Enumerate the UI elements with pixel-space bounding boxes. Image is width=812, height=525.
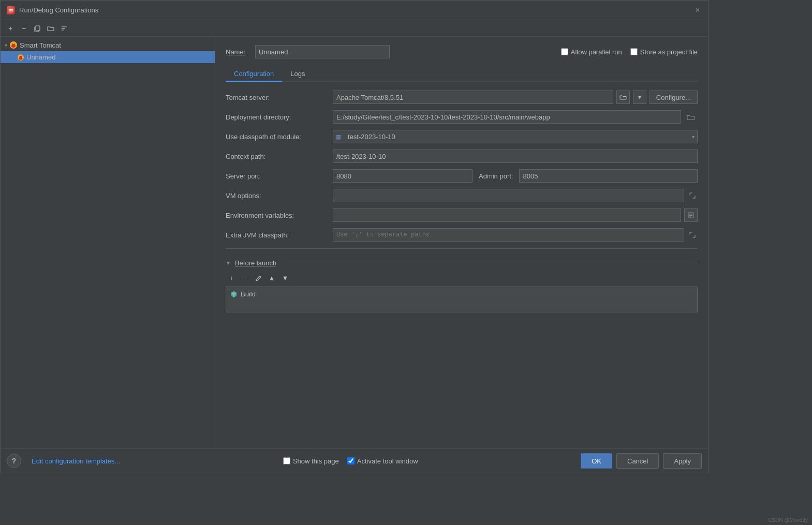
tomcat-server-label: Tomcat server: (226, 94, 327, 101)
config-toolbar: + − (1, 20, 708, 37)
context-path-row: Context path: (226, 149, 698, 163)
show-page-checkbox-label[interactable]: Show this page (283, 457, 339, 465)
sort-config-button[interactable] (58, 23, 70, 34)
smart-tomcat-label: Smart Tomcat (20, 41, 61, 49)
build-item: Build (228, 289, 695, 299)
watermark: CSDN @Monody (768, 517, 808, 523)
tomcat-icon (9, 41, 18, 49)
close-button[interactable]: × (693, 6, 702, 14)
extra-jvm-expand-button[interactable] (687, 230, 698, 240)
env-edit-button[interactable] (684, 208, 698, 222)
launch-edit-button[interactable] (253, 272, 264, 283)
configure-button[interactable]: Configure... (649, 91, 698, 104)
launch-toolbar: + − ▲ ▼ (226, 272, 698, 283)
launch-down-button[interactable]: ▼ (279, 272, 291, 283)
ok-button[interactable]: OK (581, 453, 612, 469)
bottom-bar: ? Edit configuration templates... Show t… (1, 448, 708, 473)
svg-rect-2 (9, 10, 13, 11)
activate-window-checkbox-label[interactable]: Activate tool window (347, 457, 418, 465)
deployment-folder-button[interactable] (684, 110, 698, 124)
vm-options-label: VM options: (226, 192, 327, 200)
launch-add-button[interactable]: + (226, 272, 237, 283)
activate-window-checkbox[interactable] (347, 457, 355, 464)
title-bar: Run/Debug Configurations (7, 6, 98, 14)
before-launch-header: ▼ Before launch (226, 259, 698, 267)
port-row: Server port: Admin port: (226, 169, 698, 183)
config-panel: Name: Allow parallel run Store as projec… (215, 37, 708, 448)
env-vars-input[interactable] (333, 208, 681, 222)
launch-up-button[interactable]: ▲ (266, 272, 277, 283)
cancel-button[interactable]: Cancel (616, 453, 659, 469)
config-item-icon (17, 54, 24, 61)
smart-tomcat-section[interactable]: ▾ Smart Tomcat (1, 39, 215, 51)
svg-rect-1 (9, 9, 13, 10)
bottom-checkboxes: Show this page Activate tool window (283, 457, 418, 465)
env-vars-row: Environment variables: (226, 208, 698, 222)
apply-button[interactable]: Apply (663, 453, 702, 469)
classpath-label: Use classpath of module: (226, 133, 327, 141)
sidebar: ▾ Smart Tomcat Unnamed (1, 37, 215, 448)
admin-port-input[interactable] (519, 169, 698, 183)
context-path-input[interactable] (333, 149, 698, 163)
show-page-checkbox[interactable] (283, 457, 290, 464)
main-content: ▾ Smart Tomcat Unnamed (1, 37, 708, 448)
deployment-dir-label: Deployment directory: (226, 113, 327, 121)
app-icon (7, 6, 15, 14)
allow-parallel-checkbox[interactable] (561, 48, 568, 55)
tab-configuration[interactable]: Configuration (226, 67, 282, 82)
allow-parallel-checkbox-label[interactable]: Allow parallel run (561, 48, 622, 56)
store-as-project-checkbox[interactable] (630, 48, 638, 55)
name-label: Name: (226, 48, 249, 56)
classpath-select[interactable]: test-2023-10-10 (333, 130, 698, 143)
copy-config-button[interactable] (32, 23, 43, 34)
before-launch-section: ▼ Before launch + − ▲ ▼ (226, 259, 698, 312)
server-port-label: Server port: (226, 172, 327, 180)
name-input[interactable] (255, 45, 390, 58)
context-path-label: Context path: (226, 153, 327, 160)
launch-remove-button[interactable]: − (239, 272, 250, 283)
svg-rect-11 (12, 42, 14, 44)
add-config-button[interactable]: + (5, 23, 16, 34)
tabs: Configuration Logs (226, 67, 698, 82)
svg-point-0 (8, 7, 14, 13)
section-chevron-icon: ▾ (5, 42, 7, 48)
config-item-label: Unnamed (26, 53, 55, 61)
vm-options-input[interactable] (333, 189, 684, 202)
bottom-left: ? Edit configuration templates... (7, 454, 120, 468)
admin-port-label: Admin port: (479, 172, 513, 180)
extra-jvm-row: Extra JVM classpath: (226, 228, 698, 242)
before-launch-title: Before launch (235, 259, 276, 267)
before-launch-collapse-icon[interactable]: ▼ (226, 260, 231, 266)
env-vars-label: Environment variables: (226, 212, 327, 219)
edit-templates-link[interactable]: Edit configuration templates... (32, 457, 120, 465)
name-row: Name: Allow parallel run Store as projec… (226, 45, 698, 58)
section-divider (286, 263, 698, 263)
configuration-form: Tomcat server: ▾ Configure... (226, 90, 698, 242)
tomcat-dropdown-button[interactable]: ▾ (633, 91, 646, 104)
store-as-project-checkbox-label[interactable]: Store as project file (630, 48, 698, 56)
vm-options-row: VM options: (226, 188, 698, 203)
deployment-dir-input[interactable] (333, 110, 681, 124)
tomcat-server-input[interactable] (333, 91, 613, 104)
module-icon: ▦ (336, 133, 341, 140)
extra-jvm-label: Extra JVM classpath: (226, 231, 327, 239)
extra-jvm-input[interactable] (333, 228, 684, 242)
folder-config-button[interactable] (45, 23, 56, 34)
server-port-input[interactable] (333, 169, 473, 183)
remove-config-button[interactable]: − (18, 23, 29, 34)
help-button[interactable]: ? (7, 454, 21, 468)
classpath-select-wrapper: ▦ test-2023-10-10 ▾ (333, 130, 698, 143)
svg-rect-14 (20, 56, 22, 58)
deployment-dir-row: Deployment directory: (226, 110, 698, 124)
build-icon (230, 291, 238, 298)
classpath-row: Use classpath of module: ▦ test-2023-10-… (226, 129, 698, 144)
action-buttons: OK Cancel Apply (581, 453, 702, 469)
tomcat-folder-button[interactable] (616, 91, 630, 104)
tab-logs[interactable]: Logs (282, 67, 313, 82)
unnamed-config-item[interactable]: Unnamed (1, 51, 215, 63)
form-divider (226, 248, 698, 249)
dialog-title: Run/Debug Configurations (19, 6, 98, 14)
svg-rect-4 (36, 26, 40, 31)
name-right-section: Allow parallel run Store as project file (561, 48, 698, 56)
vm-expand-button[interactable] (687, 190, 698, 201)
